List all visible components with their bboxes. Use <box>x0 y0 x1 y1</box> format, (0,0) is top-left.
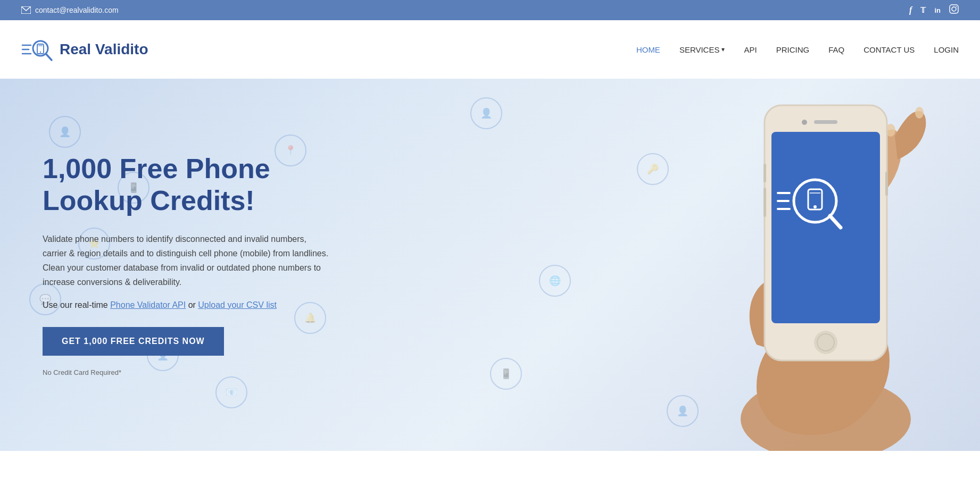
svg-point-3 <box>956 6 957 7</box>
csv-link[interactable]: Upload your CSV list <box>198 300 277 309</box>
nav-pricing[interactable]: PRICING <box>776 45 810 54</box>
top-bar: contact@realvalidito.com f 𝕋 in <box>0 0 980 20</box>
svg-rect-1 <box>950 5 958 13</box>
hero-section: 👤 📱 💬 👤 ⭐ 📍 🔔 📧 👤 📱 🔑 👤 💼 📡 ⚙️ 🌐 1,000 F… <box>0 79 980 451</box>
email-contact[interactable]: contact@realvalidito.com <box>21 6 119 14</box>
svg-point-16 <box>915 107 924 119</box>
logo-text: Real Validito <box>60 41 148 58</box>
nav-links: HOME SERVICES ▾ API PRICING FAQ CONTACT … <box>636 45 959 54</box>
nav-api[interactable]: API <box>744 45 757 54</box>
nav-home[interactable]: HOME <box>636 45 660 54</box>
svg-point-2 <box>952 7 956 11</box>
email-address: contact@realvalidito.com <box>35 6 119 14</box>
nav-login[interactable]: LOGIN <box>934 45 959 54</box>
svg-rect-33 <box>763 164 766 182</box>
logo[interactable]: Real Validito <box>21 33 148 65</box>
svg-line-11 <box>46 54 52 60</box>
social-links: f 𝕋 in <box>909 4 959 16</box>
cta-button[interactable]: GET 1,000 FREE CREDITS NOW <box>43 327 224 356</box>
phone-frame <box>763 105 888 360</box>
linkedin-icon[interactable]: in <box>934 6 941 14</box>
hero-description: Validate phone numbers to identify disco… <box>43 232 330 290</box>
nav-faq[interactable]: FAQ <box>828 45 844 54</box>
no-credit-card-note: No Credit Card Required* <box>43 368 330 376</box>
hero-content: 1,000 Free Phone Lookup Credits! Validat… <box>0 121 372 408</box>
navbar: Real Validito HOME SERVICES ▾ API PRICIN… <box>0 20 980 79</box>
twitter-icon[interactable]: 𝕋 <box>920 6 926 14</box>
facebook-icon[interactable]: f <box>909 5 912 15</box>
hero-cta-subtext: Use our real-time Phone Validator API or… <box>43 300 330 310</box>
phone-mockup-area <box>703 79 948 451</box>
svg-rect-34 <box>763 188 766 217</box>
svg-rect-35 <box>885 172 888 196</box>
email-icon <box>21 6 31 14</box>
instagram-icon[interactable] <box>949 4 959 16</box>
svg-rect-22 <box>771 132 880 323</box>
svg-point-10 <box>40 52 41 53</box>
svg-point-20 <box>802 120 807 125</box>
hero-title: 1,000 Free Phone Lookup Credits! <box>43 153 330 217</box>
phone-mockup-svg <box>703 89 948 451</box>
api-link[interactable]: Phone Validator API <box>110 300 186 309</box>
svg-point-29 <box>813 205 817 208</box>
logo-icon <box>21 33 53 65</box>
nav-services[interactable]: SERVICES ▾ <box>679 45 725 54</box>
chevron-down-icon: ▾ <box>721 46 725 53</box>
nav-contact[interactable]: CONTACT US <box>863 45 915 54</box>
svg-rect-21 <box>814 120 837 124</box>
